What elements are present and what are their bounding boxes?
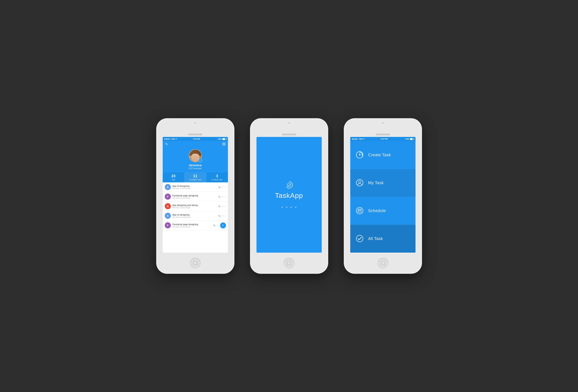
sig-dot [353, 138, 354, 139]
phone-3-top [344, 119, 422, 137]
menu-schedule[interactable]: Schedule [350, 197, 416, 225]
dot3 [167, 138, 168, 139]
task-title-3: App designing and slicing [173, 204, 217, 206]
battery-icon [222, 138, 226, 140]
menu-all-task[interactable]: All Task [350, 225, 416, 253]
create-task-icon-wrap [355, 150, 364, 159]
dot5 [170, 138, 171, 139]
attachment-icon: 📎 [218, 186, 221, 188]
task-item[interactable]: A App designing and slicing FRI, NOV 14 … [163, 202, 228, 211]
task-info-5: Facebook page designing FRI, NOV 14 @ 9:… [173, 223, 211, 228]
front-camera-2 [289, 122, 290, 124]
signal-dots-3 [352, 138, 359, 139]
task-info-3: App designing and slicing FRI, NOV 14 @ … [173, 204, 217, 209]
task-avatar-3: A [165, 203, 171, 209]
svg-line-1 [167, 144, 168, 145]
taskapp-logo: TaskApp [275, 181, 303, 199]
schedule-label: Schedule [368, 208, 386, 213]
task-info-1: App UI designing FRI, NOV 14 @ 9:30 AM [173, 185, 217, 189]
tag-icon: 🏷 [217, 224, 219, 226]
dot-2: ✔ [286, 206, 288, 209]
carrier-label: idea [172, 138, 175, 140]
speaker-3 [376, 134, 390, 135]
hamburger-line-1 [222, 143, 226, 143]
time-3: 9:23 PM [381, 138, 387, 140]
phone-2: TaskApp ✔ ✔ ✔ ✔ [250, 119, 328, 273]
task-avatar-4: A [165, 213, 171, 219]
phone-1-top [157, 119, 234, 137]
menu-create-task[interactable]: Create Task [350, 141, 416, 169]
avatar-wrap: ✓ [189, 149, 202, 162]
hamburger-line-2 [222, 144, 226, 144]
home-button-2[interactable] [284, 258, 294, 268]
complete-count: 11 [193, 174, 197, 178]
profile-section: ✓ Veronica iOS Developer [163, 147, 228, 172]
my-task-icon-wrap [355, 178, 364, 187]
list-icon: ≡ [225, 186, 226, 188]
hamburger-line-3 [222, 145, 226, 145]
status-left: idea ▾ [164, 138, 177, 140]
tag-icon: 🏷 [222, 215, 224, 217]
phone-2-bottom [250, 253, 328, 273]
app-header [163, 141, 228, 147]
phone-3-bottom [344, 253, 422, 273]
progress-dots: ✔ ✔ ✔ ✔ [281, 206, 297, 209]
search-icon[interactable] [165, 143, 168, 145]
add-task-button[interactable]: + [220, 222, 226, 228]
stat-task[interactable]: 23 Task [163, 172, 185, 182]
location-3: ↑ [404, 138, 405, 140]
carrier-3: idea [359, 138, 363, 140]
profile-role: iOS Developer [189, 167, 202, 170]
task-icons-3: 📎 🏷 ≡ [218, 205, 226, 207]
attachment-icon: 📎 [213, 224, 215, 226]
home-button-3[interactable] [378, 258, 388, 268]
task-avatar-5: F [165, 222, 171, 228]
home-button-1[interactable] [190, 258, 201, 268]
profile-name: Veronica [189, 163, 202, 167]
hamburger-icon[interactable] [222, 143, 226, 145]
status-bar-3: idea ▾ 9:23 PM ↑ 66% [350, 137, 416, 141]
svg-point-8 [358, 181, 361, 183]
attachment-icon: 📎 [218, 215, 221, 217]
task-item[interactable]: F Facebook page designing FRI, NOV 14 @ … [163, 221, 228, 230]
task-date-5: FRI, NOV 14 @ 9:30 AM [173, 226, 211, 228]
menu-my-task[interactable]: My Task [350, 169, 416, 197]
speaker-2 [282, 134, 296, 135]
svg-rect-15 [360, 211, 360, 211]
list-icon: ≡ [225, 215, 226, 217]
sig-dot [355, 138, 356, 139]
status-3-right: ↑ 66% [404, 138, 414, 140]
list-icon: ≡ [225, 205, 226, 207]
sig-dot-empty [358, 138, 359, 139]
wifi-3: ▾ [364, 138, 365, 140]
home-button-inner-3 [381, 261, 385, 265]
stat-complete[interactable]: 11 Complete Task [185, 172, 206, 182]
task-icons-5: 📎 🏷 [213, 224, 219, 226]
task-item[interactable]: F Facebook page designing FRI, NOV 14 @ … [163, 192, 228, 202]
task-label: Task [171, 179, 175, 181]
stats-bar: 23 Task 11 Complete Task 3 Pending Task [163, 172, 228, 182]
task-item[interactable]: A App UI designing FRI, NOV 14 @ 9:30 AM… [163, 182, 228, 192]
svg-point-16 [356, 235, 363, 242]
phone-1-bottom [157, 253, 234, 273]
home-button-inner [193, 261, 197, 265]
task-list: A App UI designing FRI, NOV 14 @ 9:30 AM… [163, 182, 228, 230]
menu-screen: idea ▾ 9:23 PM ↑ 66% [350, 137, 416, 253]
svg-rect-10 [358, 209, 361, 212]
tag-icon: 🏷 [222, 196, 224, 198]
task-avatar-1: A [165, 184, 171, 190]
task-item[interactable]: A App UI designing FRI, NOV 14 @ 9:30 AM… [163, 211, 228, 221]
all-task-icon-wrap [355, 234, 364, 243]
dot-1: ✔ [281, 206, 284, 209]
tag-icon: 🏷 [222, 205, 224, 207]
status-bar-1: idea ▾ 9:23 PM ↑ 66% [163, 137, 228, 141]
dot2 [166, 138, 167, 139]
stat-pending[interactable]: 3 Pending Task [206, 172, 228, 182]
status-3-left: idea ▾ [352, 138, 365, 140]
dot1 [164, 138, 165, 139]
task-icons-4: 📎 🏷 ≡ [218, 215, 226, 217]
phone-2-screen: TaskApp ✔ ✔ ✔ ✔ [256, 137, 322, 253]
task-info-4: App UI designing FRI, NOV 14 @ 9:30 AM [173, 214, 217, 218]
phone-3-screen: idea ▾ 9:23 PM ↑ 66% [350, 137, 416, 253]
task-icons-2: 📎 🏷 ≡ [218, 196, 226, 198]
